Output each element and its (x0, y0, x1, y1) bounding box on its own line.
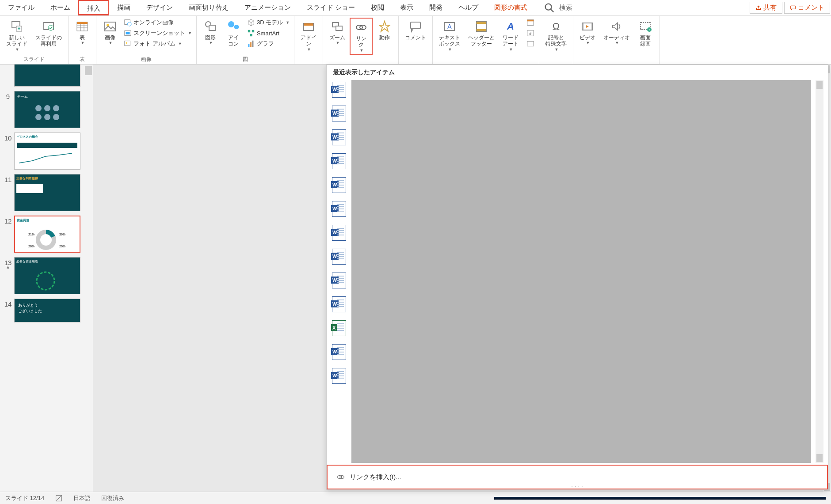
grip-dots-icon: . . . . (572, 483, 583, 488)
date-button[interactable] (525, 18, 536, 27)
svg-rect-46 (527, 20, 534, 22)
thumb-scrollbar[interactable] (85, 66, 92, 75)
panel-scrollbar[interactable] (816, 80, 823, 463)
tab-animations[interactable]: アニメーション (236, 0, 299, 15)
table-icon (76, 20, 89, 33)
svg-rect-31 (252, 41, 254, 47)
thumb-row-9[interactable]: 9 チーム (2, 91, 91, 128)
svg-line-1 (551, 9, 554, 12)
thumb-row-11[interactable]: 11 主要な判断指標 (2, 174, 91, 211)
status-right-gradient (494, 497, 826, 500)
group-tables-label: 表 (80, 55, 85, 63)
tab-insert[interactable]: 挿入 (78, 0, 109, 15)
new-slide-button[interactable]: 新しい スライド ▼ (3, 18, 31, 53)
object-button[interactable] (525, 39, 536, 49)
thumb-num-9: 9 (2, 91, 14, 100)
video-button[interactable]: ビデオ ▼ (576, 18, 599, 47)
tab-home[interactable]: ホーム (42, 0, 78, 15)
recent-items-list[interactable] (331, 80, 347, 463)
main-area: 9 チーム 10 ビジネスの機会 11 主要な判断指標 12 資金調達21%39… (0, 64, 831, 492)
screenshot-button[interactable]: スクリーンショット▼ (122, 28, 194, 38)
zoom-button[interactable]: ズーム ▼ (326, 18, 349, 47)
zoom-label: ズーム (329, 34, 345, 41)
wordart-button[interactable]: A ワード アート ▼ (499, 18, 522, 53)
thumb-row-8[interactable] (2, 64, 91, 87)
thumb-row-12[interactable]: 12 資金調達21%39%20%20% (2, 216, 91, 253)
tab-developer[interactable]: 開発 (421, 0, 450, 15)
icons-button[interactable]: アイ コン (222, 18, 244, 49)
tab-design[interactable]: デザイン (138, 0, 181, 15)
headerfooter-button[interactable]: ヘッダーと フッター (465, 18, 498, 49)
thumb-row-13[interactable]: 13★ 必要な資金用途 (2, 257, 91, 294)
slide-counter[interactable]: スライド 12/14 (5, 494, 44, 502)
scroll-up-icon[interactable] (816, 81, 823, 89)
recent-item[interactable] (332, 320, 346, 336)
recent-item[interactable] (332, 177, 346, 193)
slidenum-button[interactable]: # (525, 28, 536, 38)
insert-link-label: リンクを挿入(I)... (350, 473, 401, 481)
link-label: リン ク (356, 35, 366, 48)
thumb-row-14[interactable]: 14 ありがとうございました (2, 299, 91, 322)
chart-label: グラフ (257, 40, 274, 48)
table-button[interactable]: 表 ▼ (71, 18, 93, 47)
symbols-label: 記号と 特殊文字 (545, 34, 567, 47)
recent-item[interactable] (332, 82, 346, 98)
screenrec-icon: + (639, 20, 652, 33)
scroll-down-icon[interactable] (816, 454, 823, 462)
thumb-row-10[interactable]: 10 ビジネスの機会 (2, 133, 91, 170)
language-indicator[interactable]: 日本語 (73, 494, 91, 502)
tab-file[interactable]: ファイル (0, 0, 42, 15)
screenrec-label: 画面 録画 (640, 34, 651, 47)
comment-insert-button[interactable]: コメント (401, 18, 430, 42)
photo-album-button[interactable]: フォト アルバム▼ (122, 39, 194, 49)
insert-link-menu-item[interactable]: リンクを挿入(I)... . . . . (327, 465, 828, 489)
audio-button[interactable]: オーディオ ▼ (600, 18, 633, 47)
tab-review[interactable]: 校閲 (363, 0, 392, 15)
chart-button[interactable]: グラフ (245, 39, 291, 49)
recent-item[interactable] (332, 106, 346, 121)
accessibility-icon[interactable] (55, 494, 63, 502)
comment-button[interactable]: コメント (784, 2, 830, 14)
recent-item[interactable] (332, 368, 346, 384)
recent-item[interactable] (332, 273, 346, 288)
screenshot-label: スクリーンショット (133, 29, 185, 37)
object-icon (526, 40, 534, 48)
tab-slideshow[interactable]: スライド ショー (299, 0, 363, 15)
share-icon (755, 5, 762, 11)
recent-item[interactable] (332, 344, 346, 360)
thumbnail-panel[interactable]: 9 チーム 10 ビジネスの機会 11 主要な判断指標 12 資金調達21%39… (0, 64, 93, 492)
textbox-button[interactable]: A テキスト ボックス ▼ (435, 18, 464, 53)
svg-rect-14 (77, 22, 88, 24)
online-images-button[interactable]: オンライン画像 (122, 18, 194, 27)
shapes-button[interactable]: 図形 ▼ (199, 18, 221, 47)
addins-button[interactable]: アドイ ン ▼ (297, 18, 320, 53)
image-button[interactable]: 画像 ▼ (99, 18, 121, 47)
tab-help[interactable]: ヘルプ (450, 0, 486, 15)
animation-indicator-icon: ★ (2, 265, 14, 270)
ribbon: 新しい スライド ▼ スライドの 再利用 スライド 表 ▼ 表 画像 ▼ (0, 16, 831, 64)
shapes-label: 図形 (205, 34, 216, 41)
symbols-button[interactable]: Ω 記号と 特殊文字 ▼ (542, 18, 570, 53)
svg-rect-2 (791, 6, 796, 9)
tab-draw[interactable]: 描画 (109, 0, 138, 15)
tab-view[interactable]: 表示 (392, 0, 421, 15)
recent-item[interactable] (332, 153, 346, 169)
recent-item[interactable] (332, 296, 346, 312)
tab-transitions[interactable]: 画面切り替え (181, 0, 236, 15)
reuse-slide-button[interactable]: スライドの 再利用 (32, 18, 65, 49)
action-button[interactable]: 動作 (374, 18, 396, 42)
recent-item[interactable] (332, 249, 346, 265)
3d-models-label: 3D モデル (257, 19, 283, 27)
recent-item[interactable] (332, 129, 346, 145)
recent-item[interactable] (332, 225, 346, 241)
tab-shape-format[interactable]: 図形の書式 (486, 0, 535, 15)
recent-item[interactable] (332, 201, 346, 217)
link-button[interactable]: リン ク ▼ (350, 18, 373, 55)
smartart-button[interactable]: SmartArt (245, 28, 291, 38)
share-button[interactable]: 共有 (750, 2, 782, 14)
group-slides: 新しい スライド ▼ スライドの 再利用 スライド (0, 16, 69, 64)
recovery-status[interactable]: 回復済み (101, 494, 124, 502)
screenrec-button[interactable]: + 画面 録画 (634, 18, 656, 49)
3d-models-button[interactable]: 3D モデル▼ (245, 18, 291, 27)
tab-search[interactable]: 検索 (535, 0, 580, 15)
